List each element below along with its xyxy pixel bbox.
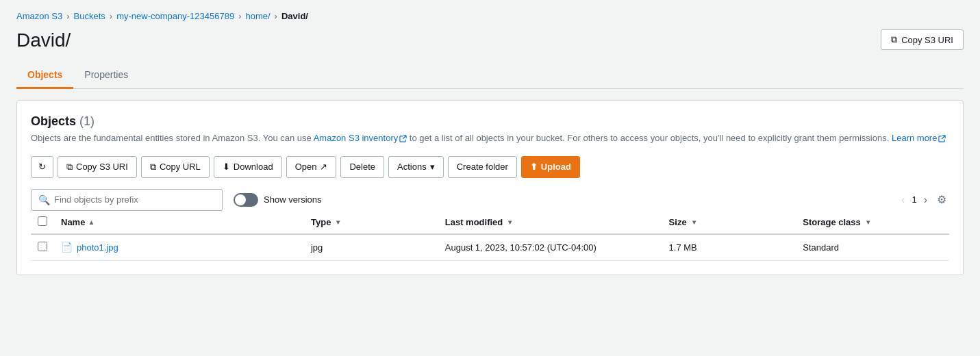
- section-header: Objects (1) Objects are the fundamental …: [31, 114, 949, 145]
- search-box[interactable]: 🔍: [31, 189, 223, 211]
- s3-inventory-label: Amazon S3 inventory: [314, 133, 399, 143]
- pagination-next-button[interactable]: ›: [921, 192, 930, 207]
- download-button[interactable]: ⬇ Download: [214, 156, 282, 178]
- col-header-name[interactable]: Name ▲: [54, 211, 304, 234]
- search-icon: 🔍: [38, 194, 50, 205]
- table-row: 📄 photo1.jpg jpg August 1, 2023, 10:57:0…: [31, 234, 949, 261]
- filter-right: ‹ 1 › ⚙: [899, 192, 949, 207]
- show-versions-label: Show versions: [264, 194, 322, 205]
- breadcrumb-bucket-name[interactable]: my-new-company-123456789: [116, 11, 234, 21]
- breadcrumb-home[interactable]: home/: [245, 11, 270, 21]
- file-size: 1.7 MB: [669, 242, 697, 253]
- copy-s3-uri-button[interactable]: ⧉ Copy S3 URI: [881, 29, 964, 50]
- file-type: jpg: [311, 242, 323, 253]
- section-description: Objects are the fundamental entities sto…: [31, 131, 949, 145]
- copy-s3-uri-toolbar-label: Copy S3 URI: [76, 162, 128, 172]
- name-sort-icon: ▲: [88, 218, 95, 226]
- desc-text-2: to get a list of all objects in your buc…: [407, 133, 892, 143]
- breadcrumb-sep-3: ›: [238, 11, 241, 21]
- file-last-modified: August 1, 2023, 10:57:02 (UTC-04:00): [445, 242, 596, 253]
- show-versions-toggle[interactable]: [234, 193, 258, 207]
- copy-url-icon: ⧉: [150, 162, 156, 173]
- row-checkbox[interactable]: [38, 242, 47, 251]
- delete-button[interactable]: Delete: [340, 156, 384, 178]
- section-title-text: Objects: [31, 114, 76, 128]
- external-link-icon: [399, 135, 407, 142]
- col-header-size[interactable]: Size ▾: [662, 211, 796, 234]
- col-type-label: Type: [311, 217, 331, 227]
- toolbar: ↻ ⧉ Copy S3 URI ⧉ Copy URL ⬇ Download Op…: [31, 156, 949, 178]
- row-checkbox-cell: [31, 234, 54, 261]
- breadcrumb-current: David/: [281, 11, 308, 21]
- type-filter-icon: ▾: [336, 218, 340, 226]
- copy-icon: ⧉: [891, 34, 897, 45]
- file-storage-class: Standard: [803, 242, 839, 253]
- select-all-col: [31, 211, 54, 234]
- row-type-cell: jpg: [304, 234, 438, 261]
- actions-chevron-icon: ▾: [430, 162, 435, 172]
- copy-url-label: Copy URL: [160, 162, 201, 172]
- col-storage-label: Storage class: [803, 217, 861, 227]
- pagination-current-page: 1: [912, 194, 916, 205]
- row-size-cell: 1.7 MB: [662, 234, 796, 261]
- open-external-icon: ↗: [320, 162, 327, 172]
- refresh-button[interactable]: ↻: [31, 156, 53, 178]
- tab-objects[interactable]: Objects: [16, 62, 73, 89]
- pagination-prev-button[interactable]: ‹: [899, 192, 907, 207]
- copy-icon-toolbar: ⧉: [66, 162, 73, 173]
- open-button[interactable]: Open ↗: [286, 156, 337, 178]
- objects-table: Name ▲ Type ▾ Last modified ▾: [31, 211, 949, 261]
- table-header-row: Name ▲ Type ▾ Last modified ▾: [31, 211, 949, 234]
- actions-label: Actions: [397, 162, 427, 172]
- objects-panel: Objects (1) Objects are the fundamental …: [16, 100, 964, 275]
- storage-filter-icon: ▾: [866, 218, 870, 226]
- section-title: Objects (1): [31, 114, 949, 129]
- show-versions-toggle-row: Show versions: [234, 193, 322, 207]
- breadcrumb-amazon-s3[interactable]: Amazon S3: [16, 11, 62, 21]
- breadcrumb-sep-2: ›: [110, 11, 112, 21]
- file-icon: 📄: [61, 242, 73, 253]
- create-folder-button[interactable]: Create folder: [448, 156, 517, 178]
- delete-label: Delete: [349, 162, 375, 172]
- col-modified-label: Last modified: [445, 217, 503, 227]
- col-header-storage-class[interactable]: Storage class ▾: [796, 211, 949, 234]
- copy-s3-uri-label: Copy S3 URI: [901, 35, 953, 45]
- copy-url-button[interactable]: ⧉ Copy URL: [141, 156, 210, 178]
- download-icon: ⬇: [223, 162, 230, 172]
- learn-more-external-icon: [938, 135, 946, 142]
- file-name: photo1.jpg: [77, 242, 118, 253]
- modified-filter-icon: ▾: [508, 218, 512, 226]
- col-size-label: Size: [669, 217, 687, 227]
- col-header-type[interactable]: Type ▾: [304, 211, 438, 234]
- desc-text-1: Objects are the fundamental entities sto…: [31, 133, 314, 143]
- search-input[interactable]: [54, 194, 215, 205]
- learn-more-label: Learn more: [892, 133, 937, 143]
- upload-button[interactable]: ⬆ Upload: [521, 156, 580, 178]
- breadcrumb-sep-4: ›: [275, 11, 277, 21]
- select-all-checkbox[interactable]: [38, 216, 47, 226]
- s3-inventory-link[interactable]: Amazon S3 inventory: [314, 133, 407, 143]
- page-header: David/ ⧉ Copy S3 URI: [16, 29, 964, 51]
- learn-more-link[interactable]: Learn more: [892, 133, 946, 143]
- filter-left: 🔍 Show versions: [31, 189, 322, 211]
- actions-button[interactable]: Actions ▾: [388, 156, 444, 178]
- filter-pagination-row: 🔍 Show versions ‹ 1 › ⚙: [31, 189, 949, 211]
- create-folder-label: Create folder: [457, 162, 508, 172]
- size-filter-icon: ▾: [692, 218, 696, 226]
- col-header-modified[interactable]: Last modified ▾: [438, 211, 662, 234]
- tab-properties[interactable]: Properties: [73, 62, 139, 89]
- breadcrumb: Amazon S3 › Buckets › my-new-company-123…: [16, 11, 964, 21]
- open-label: Open: [295, 162, 317, 172]
- page-title: David/: [16, 29, 71, 51]
- row-storage-class-cell: Standard: [796, 234, 949, 261]
- file-link[interactable]: 📄 photo1.jpg: [61, 242, 297, 253]
- row-name-cell: 📄 photo1.jpg: [54, 234, 304, 261]
- breadcrumb-buckets[interactable]: Buckets: [74, 11, 105, 21]
- copy-s3-uri-toolbar-button[interactable]: ⧉ Copy S3 URI: [58, 156, 137, 178]
- upload-label: Upload: [541, 162, 571, 172]
- refresh-icon: ↻: [38, 162, 46, 172]
- download-label: Download: [234, 162, 273, 172]
- objects-count: (1): [79, 114, 95, 128]
- table-settings-button[interactable]: ⚙: [934, 192, 949, 207]
- upload-icon: ⬆: [530, 162, 538, 172]
